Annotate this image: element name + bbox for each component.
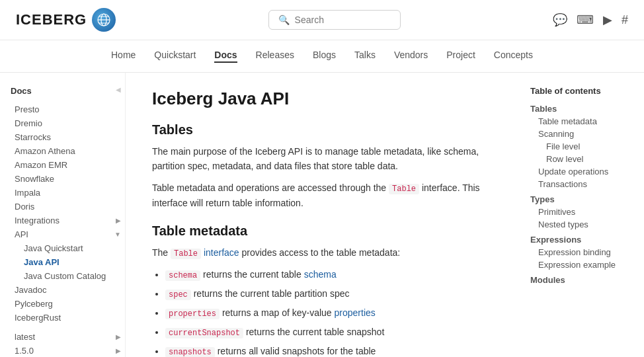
toc-item-nested-types[interactable]: Nested types <box>530 218 631 231</box>
toc-item-transactions[interactable]: Transactions <box>530 178 631 190</box>
tables-text2-prefix: Table metadata and operations are access… <box>152 182 389 193</box>
search-box[interactable]: 🔍 <box>268 10 401 30</box>
schema-text: returns the current table <box>203 269 304 280</box>
toc-item-update-operations[interactable]: Update operations <box>530 165 631 178</box>
toc-item-table-metadata[interactable]: Table metadata <box>530 115 631 128</box>
snapshots-text: returns all valid snapshots for the tabl… <box>218 346 376 356</box>
toc-item-types[interactable]: Types <box>530 193 631 206</box>
integrations-label: Integrations <box>15 216 60 225</box>
nav-project[interactable]: Project <box>446 50 475 63</box>
nav-home[interactable]: Home <box>111 50 136 63</box>
toc-item-expression-binding[interactable]: Expression binding <box>530 246 631 258</box>
logo: ICEBERG <box>16 8 116 32</box>
spec-text: returns the current table partition spec <box>194 288 350 299</box>
metadata-intro-suffix: provides access to the table metadata: <box>242 247 401 258</box>
github-icon[interactable]: ⌨ <box>577 13 594 27</box>
list-item: snapshots returns all valid snapshots fo… <box>165 344 496 357</box>
properties-text: returns a map of key-value <box>222 307 335 318</box>
sidebar-item-snowflake[interactable]: Snowflake <box>11 172 125 186</box>
table-code-2: Table <box>171 249 201 259</box>
sidebar-item-starrocks[interactable]: Starrocks <box>11 130 125 144</box>
table-of-contents: Table of contents Tables Table metadata … <box>522 73 641 357</box>
main-nav: Home Quickstart Docs Releases Blogs Talk… <box>0 40 644 73</box>
api-label: API <box>15 229 28 239</box>
header-center: 🔍 <box>116 10 553 30</box>
list-item: schema returns the current table schema <box>165 268 496 282</box>
section-metadata-intro: The Table interface provides access to t… <box>152 245 496 260</box>
sidebar-item-presto[interactable]: Presto <box>11 102 125 116</box>
sidebar-scroll-indicator: ◀ <box>116 86 121 93</box>
sidebar-item-amazon-emr[interactable]: Amazon EMR <box>11 158 125 172</box>
logo-text: ICEBERG <box>16 11 87 28</box>
version-150-label: 1.5.0 <box>15 346 34 356</box>
layout: Docs ◀ Presto Dremio Starrocks Amazon At… <box>0 73 644 357</box>
nav-docs[interactable]: Docs <box>214 50 237 63</box>
table-interface-link[interactable]: interface <box>204 247 239 258</box>
sidebar-title: Docs <box>11 86 125 96</box>
version-latest-chevron-icon: ▶ <box>116 333 121 340</box>
search-icon: 🔍 <box>278 15 290 25</box>
logo-globe-icon <box>92 8 116 32</box>
nav-releases[interactable]: Releases <box>256 50 294 63</box>
properties-code: properties <box>165 309 220 319</box>
youtube-icon[interactable]: ▶ <box>603 13 612 27</box>
sidebar-version-150[interactable]: 1.5.0 ▶ <box>11 344 125 357</box>
nav-blogs[interactable]: Blogs <box>313 50 336 63</box>
toc-item-file-level[interactable]: File level <box>530 140 631 153</box>
section-tables-text1: The main purpose of the Iceberg API is t… <box>152 144 496 174</box>
header: ICEBERG 🔍 💬 ⌨ ▶ # <box>0 0 644 40</box>
table-code-inline: Table <box>389 184 419 194</box>
sidebar-item-java-quickstart[interactable]: Java Quickstart <box>20 241 125 255</box>
toc-item-scanning[interactable]: Scanning <box>530 128 631 140</box>
section-tables-title: Tables <box>152 122 496 138</box>
sidebar-item-pylceberg[interactable]: Pylceberg <box>11 297 125 311</box>
toc-item-modules[interactable]: Modules <box>530 274 631 286</box>
search-input[interactable] <box>295 15 387 25</box>
integrations-chevron-icon: ▶ <box>116 217 121 224</box>
toc-item-tables[interactable]: Tables <box>530 102 631 115</box>
sidebar-item-dremio[interactable]: Dremio <box>11 116 125 130</box>
sidebar-item-impala[interactable]: Impala <box>11 186 125 200</box>
schema-link[interactable]: schema <box>304 269 337 280</box>
sidebar: Docs ◀ Presto Dremio Starrocks Amazon At… <box>0 73 126 357</box>
sidebar-item-java-custom-catalog[interactable]: Java Custom Catalog <box>20 269 125 283</box>
sidebar-bottom: latest ▶ 1.5.0 ▶ <box>11 330 125 357</box>
page-title: Iceberg Java API <box>152 89 496 109</box>
list-item: properties returns a map of key-value pr… <box>165 306 496 320</box>
chat-icon[interactable]: 💬 <box>553 13 567 27</box>
sidebar-version-latest[interactable]: latest ▶ <box>11 330 125 344</box>
header-icons: 💬 ⌨ ▶ # <box>553 13 628 27</box>
current-snapshot-code: currentSnapshot <box>165 328 243 338</box>
sidebar-item-icebergrust[interactable]: IcebergRust <box>11 311 125 325</box>
nav-quickstart[interactable]: Quickstart <box>154 50 196 63</box>
sidebar-item-api[interactable]: API ▼ <box>11 227 125 241</box>
sidebar-item-java-api[interactable]: Java API <box>20 255 125 269</box>
nav-vendors[interactable]: Vendors <box>394 50 428 63</box>
list-item: currentSnapshot returns the current tabl… <box>165 325 496 339</box>
properties-link[interactable]: properties <box>335 307 376 318</box>
toc-title: Table of contents <box>530 86 631 96</box>
version-latest-label: latest <box>15 332 35 342</box>
toc-item-expressions[interactable]: Expressions <box>530 233 631 246</box>
section-metadata-title: Table metadata <box>152 223 496 239</box>
schema-code: schema <box>165 270 200 281</box>
api-chevron-icon: ▼ <box>114 231 121 238</box>
metadata-intro-prefix: The <box>152 247 171 258</box>
snapshots-code: snapshots <box>165 347 215 357</box>
sidebar-item-integrations[interactable]: Integrations ▶ <box>11 214 125 227</box>
toc-item-primitives[interactable]: Primitives <box>530 206 631 218</box>
version-150-chevron-icon: ▶ <box>116 347 121 354</box>
sidebar-item-amazon-athena[interactable]: Amazon Athena <box>11 144 125 158</box>
metadata-list: schema returns the current table schema … <box>152 268 496 357</box>
sidebar-item-javadoc[interactable]: Javadoc <box>11 283 125 297</box>
nav-concepts[interactable]: Concepts <box>494 50 533 63</box>
main-content: Iceberg Java API Tables The main purpose… <box>126 73 522 357</box>
toc-item-row-level[interactable]: Row level <box>530 153 631 165</box>
grid-icon[interactable]: # <box>622 13 628 27</box>
sidebar-api-sub: Java Quickstart Java API Java Custom Cat… <box>11 241 125 283</box>
toc-item-expression-example[interactable]: Expression example <box>530 258 631 271</box>
section-tables-text2: Table metadata and operations are access… <box>152 180 496 211</box>
spec-code: spec <box>165 290 191 300</box>
nav-talks[interactable]: Talks <box>354 50 376 63</box>
sidebar-item-doris[interactable]: Doris <box>11 200 125 214</box>
